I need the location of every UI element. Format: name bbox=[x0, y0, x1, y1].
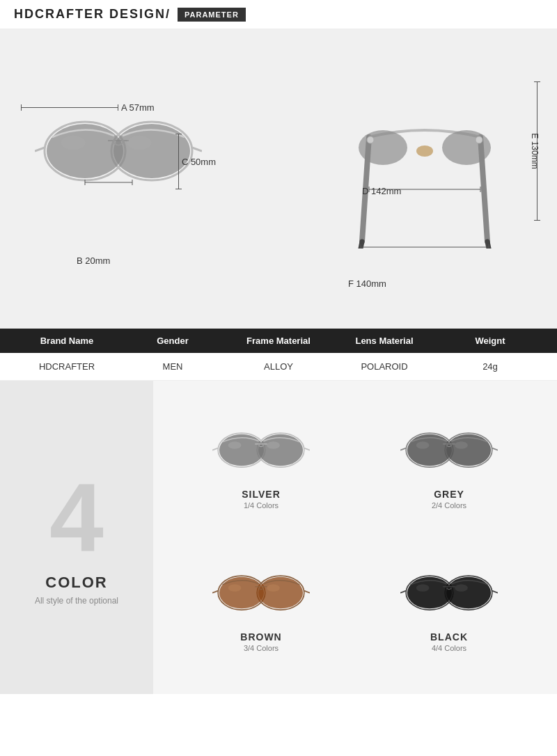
svg-line-52 bbox=[304, 591, 310, 593]
svg-point-6 bbox=[127, 136, 152, 150]
silver-label: SILVER bbox=[242, 489, 281, 500]
svg-line-60 bbox=[400, 591, 406, 593]
svg-point-49 bbox=[228, 584, 242, 592]
svg-line-7 bbox=[35, 148, 45, 151]
silver-sub: 1/4 Colors bbox=[244, 501, 278, 510]
svg-point-18 bbox=[367, 136, 374, 143]
color-item-black: BLACK 4/4 Colors bbox=[355, 537, 543, 680]
svg-point-30 bbox=[258, 434, 303, 466]
brown-label: BROWN bbox=[240, 631, 281, 643]
spec-gender-value: MEN bbox=[120, 361, 226, 372]
dimensions-section: A 57mm bbox=[0, 29, 557, 329]
svg-line-51 bbox=[212, 591, 218, 593]
colors-left-panel: 4 COLOR All style of the optional bbox=[0, 381, 153, 694]
svg-point-50 bbox=[267, 584, 280, 592]
spec-frame-value: ALLOY bbox=[226, 361, 331, 372]
color-item-silver: SILVER 1/4 Colors bbox=[167, 395, 355, 537]
brown-sub: 3/4 Colors bbox=[244, 644, 278, 652]
brand-name: HDCRAFTER DESIGN/ bbox=[14, 7, 171, 22]
dim-c-label: C 50mm bbox=[178, 134, 216, 189]
grey-label: GREY bbox=[434, 489, 464, 500]
svg-point-41 bbox=[455, 441, 468, 449]
svg-point-19 bbox=[476, 136, 483, 143]
specs-header: Brand Name Gender Frame Material Lens Ma… bbox=[0, 329, 557, 353]
svg-point-17 bbox=[442, 130, 491, 165]
specs-values: HDCRAFTER MEN ALLOY POLAROID 24g bbox=[0, 353, 557, 381]
specs-col-gender: Gender bbox=[120, 336, 226, 346]
svg-point-59 bbox=[455, 584, 468, 592]
svg-point-48 bbox=[258, 577, 303, 609]
svg-point-58 bbox=[416, 584, 430, 592]
svg-point-16 bbox=[359, 130, 407, 165]
glasses-front-view: A 57mm bbox=[14, 61, 237, 297]
svg-point-47 bbox=[219, 577, 264, 609]
specs-col-weight: Weignt bbox=[437, 336, 543, 346]
svg-point-40 bbox=[416, 441, 430, 449]
spec-weight-value: 24g bbox=[437, 361, 543, 372]
svg-line-42 bbox=[400, 448, 406, 450]
dim-b-label: B 20mm bbox=[77, 255, 110, 266]
glasses-top-image bbox=[320, 68, 529, 251]
svg-point-3 bbox=[47, 124, 123, 178]
color-item-brown: BROWN 3/4 Colors bbox=[167, 537, 355, 680]
dim-f-label: F 140mm bbox=[348, 278, 386, 289]
svg-line-34 bbox=[304, 448, 310, 450]
svg-point-57 bbox=[446, 577, 491, 609]
svg-point-20 bbox=[416, 145, 433, 157]
specs-col-frame: Frame Material bbox=[226, 336, 331, 346]
specs-col-brand: Brand Name bbox=[14, 336, 120, 346]
dim-e-label: E 130mm bbox=[537, 81, 538, 221]
svg-point-39 bbox=[446, 434, 491, 466]
black-sub: 4/4 Colors bbox=[432, 644, 466, 652]
svg-point-31 bbox=[228, 441, 242, 449]
svg-point-56 bbox=[407, 577, 452, 609]
svg-point-32 bbox=[267, 441, 280, 449]
svg-line-33 bbox=[212, 448, 218, 450]
colors-section: 4 COLOR All style of the optional SILVER bbox=[0, 381, 557, 694]
color-subtitle: All style of the optional bbox=[35, 596, 118, 606]
svg-point-29 bbox=[219, 434, 264, 466]
black-label: BLACK bbox=[430, 631, 468, 643]
grey-sub: 2/4 Colors bbox=[432, 501, 466, 510]
svg-point-38 bbox=[407, 434, 452, 466]
svg-line-43 bbox=[492, 448, 498, 450]
specs-col-lens: Lens Material bbox=[331, 336, 437, 346]
spec-lens-value: POLAROID bbox=[331, 361, 437, 372]
dim-d-label: D 142mm bbox=[362, 186, 401, 196]
svg-line-61 bbox=[492, 591, 498, 593]
svg-point-5 bbox=[61, 136, 86, 150]
glasses-top-view: D 142mm E 130mm F 140mm bbox=[306, 61, 543, 297]
page-header: HDCRAFTER DESIGN/ PARAMETER bbox=[0, 0, 557, 29]
colors-grid: SILVER 1/4 Colors GREY 2/4 Colors bbox=[153, 381, 557, 694]
spec-brand-value: HDCRAFTER bbox=[14, 361, 120, 372]
color-count: 4 bbox=[49, 469, 104, 567]
parameter-badge: PARAMETER bbox=[178, 8, 246, 22]
color-title: COLOR bbox=[45, 574, 107, 592]
color-item-grey: GREY 2/4 Colors bbox=[355, 395, 543, 537]
